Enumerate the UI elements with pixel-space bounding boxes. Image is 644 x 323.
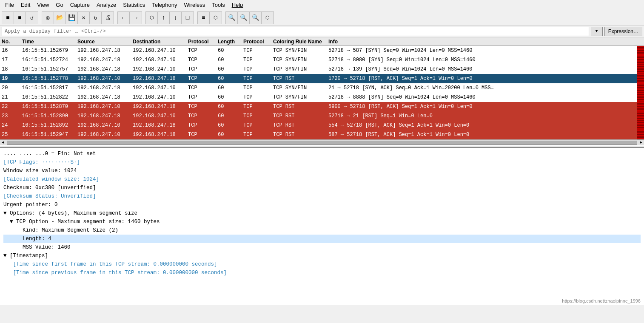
cell-time: 16:15:51.152817	[20, 85, 76, 91]
toolbar-btn-stop[interactable]: ■	[14, 12, 26, 24]
packet-row[interactable]: 24 16:15:51.152892 192.168.247.10 192.16…	[0, 121, 644, 130]
toolbar-btn-up[interactable]: ↑	[158, 12, 170, 24]
toolbar-btn-start[interactable]: ■	[2, 12, 14, 24]
cell-rule: TCP SYN/FIN	[271, 48, 327, 54]
menu-file[interactable]: File	[2, 1, 17, 9]
filter-dropdown-btn[interactable]: ▼	[591, 27, 603, 36]
cell-len: 60	[216, 94, 242, 100]
toolbar-group-1: ■ ■ ↺	[2, 11, 38, 24]
packet-row[interactable]: 20 16:15:51.152817 192.168.247.18 192.16…	[0, 83, 644, 93]
toolbar-group-4: ⬡ ↑ ↓ □	[145, 11, 194, 24]
cell-proto: TCP	[186, 113, 216, 119]
toolbar-btn-zoom-out[interactable]: 🔍	[250, 12, 262, 24]
menu-edit[interactable]: Edit	[17, 1, 34, 9]
menu-telephony[interactable]: Telephony	[148, 1, 180, 9]
toolbar-btn-colorize[interactable]: ≡	[198, 12, 210, 24]
cell-src: 192.168.247.10	[76, 122, 131, 128]
row-stripe	[637, 46, 644, 55]
detail-line: [Time since first frame in this TCP stre…	[3, 260, 641, 269]
row-stripe	[637, 93, 644, 102]
cell-time: 16:15:51.152679	[20, 48, 76, 54]
detail-line: Urgent pointer: 0	[3, 201, 641, 209]
cell-src: 192.168.247.10	[76, 132, 131, 138]
packet-row[interactable]: 17 16:15:51.152724 192.168.247.18 192.16…	[0, 55, 644, 65]
toolbar-group-2: ◎ 📂 💾 ✕ ↻ 🖨	[42, 11, 114, 24]
menu-analyze[interactable]: Analyze	[93, 1, 120, 9]
cell-proto2: TCP	[242, 76, 271, 82]
toolbar-btn-zoom-reset[interactable]: 🔍	[226, 12, 238, 24]
col-header-no: No.	[0, 39, 20, 45]
menu-wireless[interactable]: Wireless	[180, 1, 208, 9]
toolbar-btn-restart[interactable]: ↺	[26, 12, 38, 24]
menu-statistics[interactable]: Statistics	[120, 1, 148, 9]
cell-time: 16:15:51.152724	[20, 57, 76, 63]
packet-row[interactable]: 19 16:15:51.152778 192.168.247.10 192.16…	[0, 74, 644, 83]
toolbar-btn-print[interactable]: 🖨	[102, 12, 114, 24]
detail-line: Kind: Maximum Segment Size (2)	[3, 226, 641, 235]
menu-tools[interactable]: Tools	[208, 1, 228, 9]
cell-rule: TCP RST	[271, 76, 327, 82]
toolbar-btn-down[interactable]: ↓	[170, 12, 182, 24]
watermark: https://blog.csdn.net/zhaoipinnc_1996	[562, 298, 641, 303]
cell-proto2: TCP	[242, 48, 271, 54]
cell-proto: TCP	[186, 132, 216, 138]
col-header-proto: Protocol	[186, 39, 216, 45]
toolbar-btn-fullscreen[interactable]: ⬡	[262, 12, 274, 24]
cell-len: 60	[216, 122, 242, 128]
toolbar-btn-zoom-in[interactable]: 🔍	[238, 12, 250, 24]
packet-row[interactable]: 23 16:15:51.152890 192.168.247.18 192.16…	[0, 111, 644, 121]
menu-view[interactable]: View	[34, 1, 52, 9]
cell-len: 60	[216, 113, 242, 119]
toolbar-btn-open[interactable]: 📂	[54, 12, 66, 24]
cell-proto2: TCP	[242, 66, 271, 72]
hscroll[interactable]: ◄ ►	[0, 139, 644, 145]
cell-proto2: TCP	[242, 132, 271, 138]
toolbar-btn-first[interactable]: □	[182, 12, 194, 24]
packet-row[interactable]: 22 16:15:51.152870 192.168.247.10 192.16…	[0, 102, 644, 111]
cell-len: 60	[216, 48, 242, 54]
cell-proto: TCP	[186, 104, 216, 110]
packet-row[interactable]: 25 16:15:51.152947 192.168.247.10 192.16…	[0, 130, 644, 139]
display-filter-input[interactable]	[2, 27, 589, 36]
toolbar-btn-save[interactable]: 💾	[66, 12, 78, 24]
toolbar-group-3: ← →	[117, 11, 142, 24]
toolbar-btn-reload[interactable]: ↻	[90, 12, 102, 24]
hscroll-thumb[interactable]	[7, 141, 637, 145]
toolbar-btn-close[interactable]: ✕	[78, 12, 90, 24]
menu-capture[interactable]: Capture	[67, 1, 93, 9]
menu-go[interactable]: Go	[52, 1, 66, 9]
expression-button[interactable]: Expression…	[604, 27, 642, 36]
col-header-time: Time	[20, 39, 76, 45]
cell-proto2: TCP	[242, 122, 271, 128]
cell-proto2: TCP	[242, 94, 271, 100]
packet-row[interactable]: 21 16:15:51.152822 192.168.247.18 192.16…	[0, 93, 644, 102]
cell-dst: 192.168.247.18	[131, 122, 186, 128]
cell-rule: TCP SYN/FIN	[271, 57, 327, 63]
detail-line: [Calculated window size: 1024]	[3, 175, 641, 184]
cell-proto: TCP	[186, 94, 216, 100]
row-stripe	[637, 74, 644, 83]
toolbar-btn-back[interactable]: ←	[118, 12, 130, 24]
cell-proto: TCP	[186, 85, 216, 91]
cell-proto: TCP	[186, 66, 216, 72]
row-stripe	[637, 83, 644, 93]
hscroll-left[interactable]: ◄	[0, 140, 6, 145]
cell-time: 16:15:51.152892	[20, 122, 76, 128]
toolbar-btn-options[interactable]: ◎	[42, 12, 54, 24]
toolbar-btn-goto[interactable]: ⬡	[146, 12, 158, 24]
cell-rule: TCP RST	[271, 113, 327, 119]
hscroll-right[interactable]: ►	[638, 140, 644, 145]
cell-src: 192.168.247.10	[76, 76, 131, 82]
cell-info: 52718 → 21 [RST] Seq=1 Win=0 Len=0	[327, 113, 637, 119]
cell-proto: TCP	[186, 122, 216, 128]
packet-row[interactable]: 18 16:15:51.152757 192.168.247.18 192.16…	[0, 65, 644, 74]
packet-row[interactable]: 16 16:15:51.152679 192.168.247.18 192.16…	[0, 46, 644, 55]
menu-help[interactable]: Help	[228, 1, 247, 9]
toolbar-btn-forward[interactable]: →	[130, 12, 142, 24]
detail-lines: .... .... ...0 = Fin: Not set[TCP Flags:…	[3, 150, 641, 277]
detail-line: ▼ [Timestamps]	[3, 252, 641, 260]
cell-len: 60	[216, 132, 242, 138]
detail-line: [Time since previous frame in this TCP s…	[3, 269, 641, 277]
toolbar-btn-auto[interactable]: ⬡	[210, 12, 222, 24]
cell-proto2: TCP	[242, 113, 271, 119]
